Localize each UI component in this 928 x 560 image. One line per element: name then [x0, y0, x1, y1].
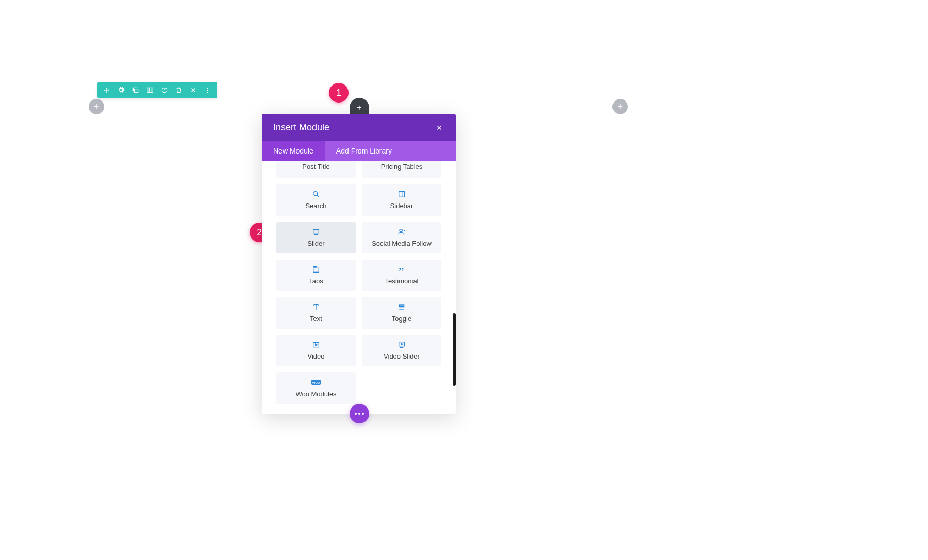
- module-label: Toggle: [392, 315, 411, 323]
- video-icon: [311, 340, 321, 349]
- module-slider[interactable]: Slider: [276, 222, 356, 253]
- close-icon[interactable]: [434, 123, 444, 133]
- module-label: Search: [305, 202, 326, 210]
- module-label: Slider: [307, 240, 324, 247]
- dots-icon: [355, 413, 364, 415]
- svg-rect-20: [313, 268, 319, 272]
- power-icon[interactable]: [160, 86, 169, 94]
- svg-point-17: [400, 229, 402, 232]
- module-pricing-tables[interactable]: Pricing Tables: [362, 161, 441, 178]
- modal-header: Insert Module: [262, 114, 456, 141]
- sidebar-icon: [397, 190, 406, 199]
- module-label: Woo Modules: [295, 390, 336, 398]
- modal-title: Insert Module: [273, 122, 329, 133]
- module-label: Sidebar: [390, 202, 413, 210]
- module-label: Pricing Tables: [381, 163, 423, 171]
- svg-rect-1: [147, 88, 153, 92]
- module-label: Video Slider: [384, 352, 420, 360]
- module-label: Tabs: [309, 277, 323, 285]
- add-column-right-button[interactable]: +: [612, 99, 628, 114]
- woo-icon: woo: [311, 378, 321, 387]
- tab-new-module[interactable]: New Module: [262, 141, 325, 161]
- add-column-left-button[interactable]: +: [89, 99, 104, 114]
- svg-point-14: [314, 234, 315, 235]
- gear-icon[interactable]: [117, 86, 125, 94]
- module-toggle[interactable]: Toggle: [362, 297, 441, 329]
- module-sidebar[interactable]: Sidebar: [362, 184, 441, 216]
- module-woo[interactable]: woo Woo Modules: [276, 372, 356, 404]
- module-label: Testimonial: [385, 277, 418, 285]
- svg-line-10: [317, 195, 319, 197]
- quote-icon: [397, 265, 406, 274]
- toggle-icon: [397, 302, 406, 312]
- scrollbar[interactable]: [453, 313, 456, 386]
- module-testimonial[interactable]: Testimonial: [362, 260, 441, 291]
- annotation-marker-1: 1: [329, 83, 349, 103]
- module-text[interactable]: Text: [276, 297, 356, 329]
- close-icon[interactable]: [189, 86, 197, 94]
- video-slider-icon: [397, 340, 406, 349]
- social-icon: [397, 227, 406, 236]
- svg-rect-25: [399, 305, 404, 307]
- module-video[interactable]: Video: [276, 335, 356, 366]
- module-grid: Post Title Pricing Tables Search Sidebar: [276, 161, 441, 404]
- more-icon[interactable]: [204, 86, 212, 94]
- slider-icon: [311, 227, 321, 236]
- svg-point-30: [400, 347, 401, 348]
- module-social-media-follow[interactable]: Social Media Follow: [362, 222, 441, 253]
- svg-point-6: [207, 88, 208, 89]
- svg-point-32: [402, 347, 403, 348]
- duplicate-icon[interactable]: [131, 86, 140, 94]
- trash-icon[interactable]: [175, 86, 183, 94]
- module-label: Text: [310, 315, 322, 323]
- tabs-icon: [311, 265, 321, 274]
- text-icon: [311, 302, 321, 312]
- module-search[interactable]: Search: [276, 184, 356, 216]
- svg-point-8: [207, 92, 208, 93]
- svg-point-16: [317, 234, 317, 235]
- insert-module-modal: Insert Module New Module Add From Librar…: [262, 114, 456, 414]
- module-video-slider[interactable]: Video Slider: [362, 335, 441, 366]
- page-settings-button[interactable]: [350, 404, 369, 423]
- tab-add-from-library[interactable]: Add From Library: [325, 141, 403, 161]
- module-label: Video: [307, 352, 324, 360]
- module-tabs[interactable]: Tabs: [276, 260, 356, 291]
- svg-rect-13: [313, 229, 319, 233]
- modal-body: Post Title Pricing Tables Search Sidebar: [262, 161, 456, 414]
- move-icon[interactable]: [103, 86, 111, 94]
- columns-icon[interactable]: [146, 86, 154, 94]
- search-icon: [311, 190, 321, 199]
- svg-point-7: [207, 90, 208, 91]
- module-label: Social Media Follow: [372, 240, 432, 247]
- modal-tabs: New Module Add From Library: [262, 141, 456, 161]
- svg-point-15: [316, 234, 316, 235]
- svg-point-31: [401, 347, 402, 348]
- svg-point-9: [313, 192, 318, 196]
- module-label: Post Title: [302, 163, 329, 171]
- module-post-title[interactable]: Post Title: [276, 161, 356, 178]
- svg-rect-0: [135, 89, 138, 93]
- section-toolbar: [97, 82, 217, 98]
